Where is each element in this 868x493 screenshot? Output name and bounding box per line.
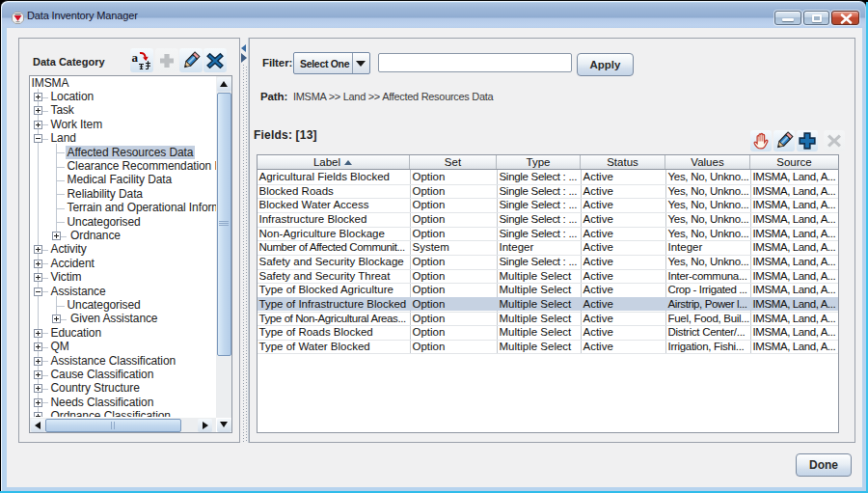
svg-text:a: a xyxy=(132,50,139,64)
